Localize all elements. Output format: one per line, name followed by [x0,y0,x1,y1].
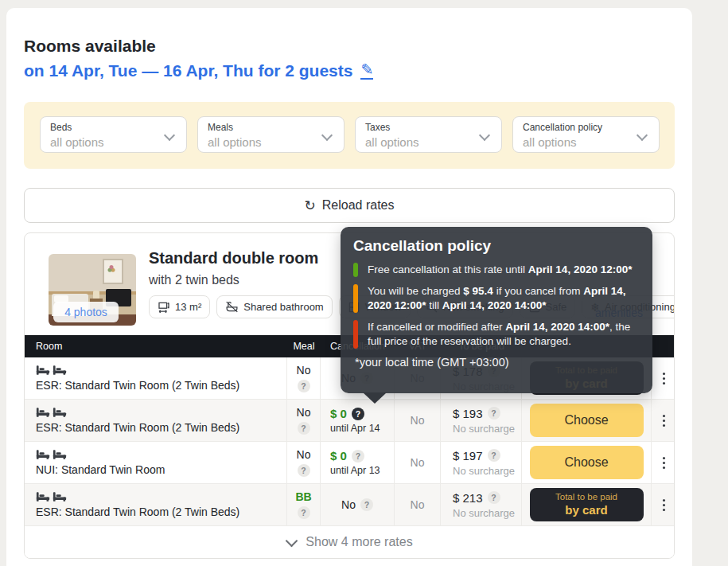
orange-bar [353,284,358,313]
rate-room-name: ESR: Standard Twin Room (2 Twin Beds) [36,379,239,392]
surcharge-note: No surcharge [453,423,515,435]
policy-segment: You will be charged [368,285,463,297]
local-time-note: *your local time (GMT +03:00) [355,356,640,369]
lamp [93,291,99,299]
vat-cell: No [395,400,441,441]
rate-room-name: NUI: Standard Twin Room [36,463,165,476]
tooltip-title: Cancellation policy [353,237,640,255]
edit-dates-icon[interactable]: ✎ [360,62,373,80]
help-icon[interactable]: ? [298,380,310,392]
pay-by-card-line1: Total to be paid [555,491,617,502]
show-more-rates-button[interactable]: Show 4 more rates [25,526,675,558]
policy-segment: till [426,299,442,311]
help-icon[interactable]: ? [352,450,364,463]
choose-button[interactable]: Choose [530,404,644,437]
cancellation-deadline: until Apr 14 [330,423,380,434]
cancellation-deadline: until Apr 13 [330,465,380,476]
policy-partial-charge: You will be charged $ 95.4 if you cancel… [353,284,640,313]
policy-segment: Free cancellation at this rate until [368,263,528,275]
help-icon[interactable]: ? [298,422,310,435]
policy-text: If cancelled or modified after April 14,… [368,320,640,349]
policy-free-cancellation: Free cancellation at this rate until Apr… [353,263,640,277]
filter-label: Beds [50,122,177,133]
filters-panel: Beds all options Meals all options Taxes… [24,102,675,169]
row-menu-button[interactable] [658,410,670,431]
no-bathtub-icon [225,300,239,314]
pay-by-card-button[interactable]: Total to be paid by card [530,488,644,521]
vat-value: No [411,498,425,511]
reload-rates-button[interactable]: ↻ Reload rates [24,188,675,223]
cancellation-value: $ 0 [330,407,347,420]
rooms-card: Rooms available on 14 Apr, Tue — 16 Apr,… [6,8,692,566]
wall-picture [103,259,123,284]
filter-meals[interactable]: Meals all options [197,116,345,153]
price-value: $ 213 [453,491,483,505]
policy-full-charge: If cancelled or modified after April 14,… [353,320,640,349]
refresh-icon: ↻ [305,197,316,214]
rate-room-cell: ESR: Standard Twin Room (2 Twin Beds) [25,400,287,441]
vat-value: No [411,456,425,469]
header-meal: Meal [287,341,321,352]
cancellation-cell: No? [321,484,395,525]
room-title: Standard double room [149,249,318,267]
page: Rooms available on 14 Apr, Tue — 16 Apr,… [0,0,728,566]
row-menu-button[interactable] [658,368,670,389]
date-range: on 14 Apr, Tue — 16 Apr, Thu for 2 guest… [24,61,373,80]
action-cell: Choose [522,400,652,441]
help-icon[interactable]: ? [298,506,310,519]
surcharge-note: No surcharge [453,465,515,477]
menu-cell [652,442,675,483]
twin-beds-icon [36,491,67,502]
policy-segment: if you cancel from [493,285,583,297]
help-icon[interactable]: ? [360,498,373,511]
help-icon[interactable]: ? [488,407,500,420]
filter-label: Meals [208,122,334,133]
page-title: Rooms available [24,37,156,56]
row-menu-button[interactable] [658,494,670,516]
meal-value: No [297,364,311,377]
chip-area: 13 m² [149,295,210,318]
twin-beds-icon [36,407,67,418]
action-cell: Total to be paid by card [522,484,652,525]
filter-taxes[interactable]: Taxes all options [355,116,502,153]
twin-beds-icon [36,365,67,376]
area-icon [158,301,170,314]
chip-shared-bathroom: Shared bathroom [216,295,332,318]
policy-segment: If cancelled or modified after [368,321,505,333]
policy-segment: April 14, 2020 12:00* [528,263,633,275]
row-menu-button[interactable] [658,452,670,474]
help-icon[interactable]: ? [352,408,364,420]
cancellation-value: No [341,498,356,511]
help-icon[interactable]: ? [298,464,310,477]
rate-room-name: ESR: Standard Twin Room (2 Twin Beds) [36,421,239,434]
filter-value: all options [523,135,649,149]
meal-cell: No ? [287,400,321,441]
policy-text: You will be charged $ 95.4 if you cancel… [368,284,640,313]
meal-value: BB [295,490,311,503]
cancellation-policy-tooltip: Cancellation policy Free cancellation at… [341,227,652,393]
chip-label: Shared bathroom [243,301,323,313]
rate-row: NUI: Standard Twin Room No ? $ 0? until … [25,442,675,484]
reload-rates-label: Reload rates [322,198,395,213]
room-subtitle: with 2 twin beds [149,273,239,287]
filter-value: all options [365,135,492,149]
menu-cell [652,400,675,441]
help-icon[interactable]: ? [488,491,500,504]
show-more-label: Show 4 more rates [306,535,412,549]
pay-by-card-line2: by card [565,503,607,518]
date-range-text: on 14 Apr, Tue — 16 Apr, Thu for 2 guest… [24,61,352,80]
photos-count-badge[interactable]: 4 photos [53,302,119,322]
vat-cell: No [395,484,441,525]
red-bar [353,320,358,349]
filter-beds[interactable]: Beds all options [40,116,187,153]
surcharge-note: No surcharge [453,507,515,519]
help-icon[interactable]: ? [488,449,500,462]
green-bar [353,263,358,277]
choose-button[interactable]: Choose [530,446,644,479]
filter-cancellation-policy[interactable]: Cancellation policy all options [512,116,660,153]
meal-cell: No ? [287,442,321,483]
action-cell: Choose [522,442,652,483]
price-value: $ 193 [453,407,483,420]
cancellation-cell: $ 0? until Apr 14 [321,400,395,441]
meal-cell: No ? [287,357,321,399]
